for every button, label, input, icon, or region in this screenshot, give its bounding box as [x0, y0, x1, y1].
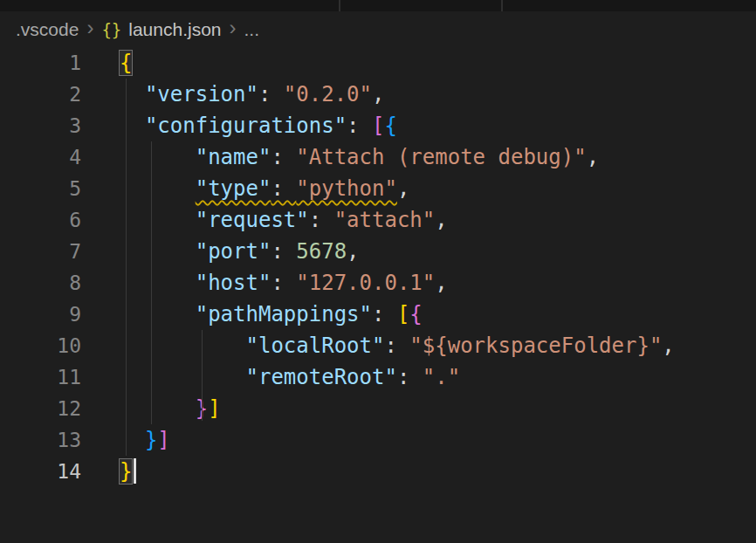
code-text: "version": "0.2.0",	[120, 79, 384, 110]
code-text: "type": "python",	[120, 173, 409, 204]
line-number[interactable]: 13	[0, 424, 81, 456]
code-text: "configurations": [{	[120, 110, 397, 141]
line-number[interactable]: 7	[0, 236, 81, 267]
line-number[interactable]: 11	[0, 361, 81, 393]
code-token: :	[397, 365, 423, 389]
code-token	[120, 145, 196, 169]
code-token: "request"	[196, 208, 309, 232]
code-token: ,	[435, 208, 447, 232]
code-text: }]	[120, 393, 221, 424]
code-token: ,	[435, 271, 447, 295]
code-token: ,	[662, 333, 674, 358]
code-token: :	[271, 239, 296, 264]
code-token: {	[409, 302, 422, 326]
line-number[interactable]: 14	[0, 456, 81, 487]
code-token	[120, 271, 196, 295]
code-token: ,	[397, 176, 409, 201]
line-number[interactable]: 4	[0, 141, 81, 173]
line-number[interactable]: 12	[0, 393, 81, 424]
code-line[interactable]: 10 "localRoot": "${workspaceFolder}",	[0, 330, 756, 361]
code-line[interactable]: 4 "name": "Attach (remote debug)",	[0, 141, 756, 173]
code-line[interactable]: 6 "request": "attach",	[0, 204, 756, 236]
code-token: "name"	[196, 145, 271, 169]
code-token	[120, 239, 196, 264]
code-token: "version"	[145, 82, 258, 107]
code-token: "remoteRoot"	[246, 365, 397, 389]
line-number[interactable]: 1	[0, 47, 81, 79]
text-cursor	[134, 458, 136, 484]
code-text: }]	[120, 424, 170, 456]
code-line[interactable]: 1{	[0, 47, 756, 79]
code-token	[120, 428, 145, 452]
code-line[interactable]: 3 "configurations": [{	[0, 110, 756, 141]
code-token: ]	[208, 396, 220, 421]
indent-guide	[151, 141, 152, 424]
code-line[interactable]: 2 "version": "0.2.0",	[0, 79, 756, 110]
code-token: "${workspaceFolder}"	[409, 333, 662, 358]
line-number[interactable]: 2	[0, 79, 81, 110]
code-token	[120, 333, 246, 358]
matched-bracket: {	[120, 51, 132, 75]
code-text: "localRoot": "${workspaceFolder}",	[120, 330, 675, 361]
line-number[interactable]: 6	[0, 204, 81, 236]
code-token: ]	[157, 428, 169, 452]
code-token	[120, 365, 246, 389]
code-line[interactable]: 8 "host": "127.0.0.1",	[0, 267, 756, 299]
code-token: :	[271, 145, 296, 169]
code-line[interactable]: 12 }]	[0, 393, 756, 424]
code-token: "port"	[196, 239, 271, 264]
breadcrumb-folder[interactable]: .vscode	[16, 19, 79, 40]
code-token: [	[397, 302, 409, 326]
code-token: "localRoot"	[246, 333, 385, 358]
window-top-bar	[0, 0, 756, 11]
code-text: "pathMappings": [{	[120, 299, 423, 330]
chevron-right-icon: ›	[229, 17, 237, 38]
editor[interactable]: 1{2 "version": "0.2.0",3 "configurations…	[0, 47, 756, 487]
line-number[interactable]: 9	[0, 299, 81, 330]
code-token: "127.0.0.1"	[296, 271, 435, 295]
code-line[interactable]: 11 "remoteRoot": "."	[0, 361, 756, 393]
code-token	[120, 302, 196, 326]
code-token: :	[258, 82, 284, 107]
code-text: "remoteRoot": "."	[120, 361, 460, 393]
code-token: [	[372, 113, 384, 138]
code-token: "host"	[196, 271, 271, 295]
code-text: {	[120, 47, 132, 79]
code-token: 5678	[296, 239, 347, 264]
line-number[interactable]: 8	[0, 267, 81, 299]
code-token: }	[145, 428, 157, 452]
line-number[interactable]: 3	[0, 110, 81, 141]
indent-guide	[202, 330, 203, 421]
breadcrumb-symbol-path[interactable]: ...	[244, 19, 260, 40]
chevron-right-icon: ›	[86, 17, 94, 38]
code-line[interactable]: 5 "type": "python",	[0, 173, 756, 204]
code-line[interactable]: 7 "port": 5678,	[0, 236, 756, 267]
code-text: "host": "127.0.0.1",	[120, 267, 448, 299]
code-token	[120, 396, 196, 421]
editor-lines: 1{2 "version": "0.2.0",3 "configurations…	[0, 47, 756, 487]
code-token: "Attach (remote debug)"	[296, 145, 586, 169]
code-line[interactable]: 13 }]	[0, 424, 756, 456]
code-token: "attach"	[334, 208, 436, 232]
code-token: :	[384, 333, 409, 358]
code-text: }	[120, 456, 136, 487]
code-token: :	[271, 271, 296, 295]
code-token	[120, 82, 145, 107]
line-number[interactable]: 10	[0, 330, 81, 361]
code-token: "pathMappings"	[196, 302, 372, 326]
code-token: "0.2.0"	[284, 82, 372, 107]
code-token: "."	[423, 365, 460, 389]
breadcrumb-file[interactable]: launch.json	[128, 19, 221, 40]
code-token: ,	[347, 239, 359, 264]
code-token	[120, 176, 196, 201]
code-token	[120, 113, 145, 138]
code-line[interactable]: 14}	[0, 456, 756, 487]
tab-divider	[339, 0, 340, 11]
code-token: :	[309, 208, 334, 232]
code-token: "type"	[196, 176, 271, 201]
line-number[interactable]: 5	[0, 173, 81, 204]
code-token: "configurations"	[145, 113, 347, 138]
code-line[interactable]: 9 "pathMappings": [{	[0, 299, 756, 330]
code-text: "name": "Attach (remote debug)",	[120, 141, 599, 173]
json-file-icon: {}	[101, 20, 121, 39]
